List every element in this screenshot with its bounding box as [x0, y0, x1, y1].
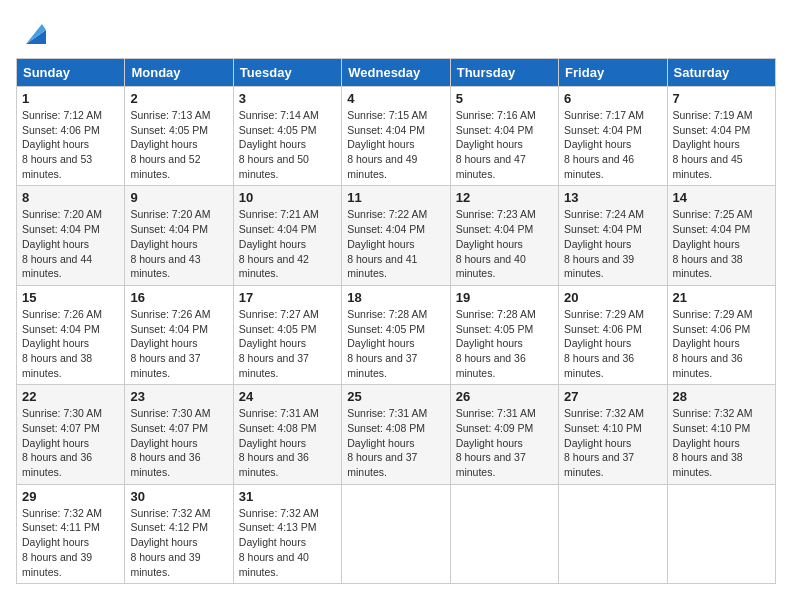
calendar-cell: 23Sunrise: 7:30 AMSunset: 4:07 PMDayligh… — [125, 385, 233, 484]
day-number: 11 — [347, 190, 444, 205]
calendar-cell: 4Sunrise: 7:15 AMSunset: 4:04 PMDaylight… — [342, 87, 450, 186]
day-info: Sunrise: 7:12 AMSunset: 4:06 PMDaylight … — [22, 109, 102, 180]
day-number: 21 — [673, 290, 770, 305]
day-number: 6 — [564, 91, 661, 106]
calendar-cell: 2Sunrise: 7:13 AMSunset: 4:05 PMDaylight… — [125, 87, 233, 186]
calendar-table: SundayMondayTuesdayWednesdayThursdayFrid… — [16, 58, 776, 584]
day-number: 29 — [22, 489, 119, 504]
day-number: 25 — [347, 389, 444, 404]
day-info: Sunrise: 7:13 AMSunset: 4:05 PMDaylight … — [130, 109, 210, 180]
day-number: 20 — [564, 290, 661, 305]
day-info: Sunrise: 7:26 AMSunset: 4:04 PMDaylight … — [130, 308, 210, 379]
logo — [16, 16, 50, 48]
day-number: 5 — [456, 91, 553, 106]
day-info: Sunrise: 7:26 AMSunset: 4:04 PMDaylight … — [22, 308, 102, 379]
calendar-cell: 13Sunrise: 7:24 AMSunset: 4:04 PMDayligh… — [559, 186, 667, 285]
day-info: Sunrise: 7:31 AMSunset: 4:09 PMDaylight … — [456, 407, 536, 478]
calendar-cell — [667, 484, 775, 583]
day-info: Sunrise: 7:16 AMSunset: 4:04 PMDaylight … — [456, 109, 536, 180]
day-number: 18 — [347, 290, 444, 305]
weekday-header-monday: Monday — [125, 59, 233, 87]
calendar-cell — [559, 484, 667, 583]
calendar-cell: 7Sunrise: 7:19 AMSunset: 4:04 PMDaylight… — [667, 87, 775, 186]
calendar-cell: 1Sunrise: 7:12 AMSunset: 4:06 PMDaylight… — [17, 87, 125, 186]
day-info: Sunrise: 7:21 AMSunset: 4:04 PMDaylight … — [239, 208, 319, 279]
day-info: Sunrise: 7:30 AMSunset: 4:07 PMDaylight … — [22, 407, 102, 478]
day-number: 17 — [239, 290, 336, 305]
day-info: Sunrise: 7:29 AMSunset: 4:06 PMDaylight … — [564, 308, 644, 379]
day-info: Sunrise: 7:24 AMSunset: 4:04 PMDaylight … — [564, 208, 644, 279]
calendar-cell: 3Sunrise: 7:14 AMSunset: 4:05 PMDaylight… — [233, 87, 341, 186]
calendar-cell: 22Sunrise: 7:30 AMSunset: 4:07 PMDayligh… — [17, 385, 125, 484]
calendar-cell: 19Sunrise: 7:28 AMSunset: 4:05 PMDayligh… — [450, 285, 558, 384]
weekday-header-saturday: Saturday — [667, 59, 775, 87]
calendar-cell: 10Sunrise: 7:21 AMSunset: 4:04 PMDayligh… — [233, 186, 341, 285]
day-info: Sunrise: 7:23 AMSunset: 4:04 PMDaylight … — [456, 208, 536, 279]
calendar-cell: 15Sunrise: 7:26 AMSunset: 4:04 PMDayligh… — [17, 285, 125, 384]
day-number: 16 — [130, 290, 227, 305]
day-number: 19 — [456, 290, 553, 305]
day-info: Sunrise: 7:22 AMSunset: 4:04 PMDaylight … — [347, 208, 427, 279]
page-header — [16, 16, 776, 48]
calendar-cell: 29Sunrise: 7:32 AMSunset: 4:11 PMDayligh… — [17, 484, 125, 583]
weekday-header-thursday: Thursday — [450, 59, 558, 87]
calendar-cell: 5Sunrise: 7:16 AMSunset: 4:04 PMDaylight… — [450, 87, 558, 186]
logo-icon — [18, 16, 50, 48]
day-info: Sunrise: 7:28 AMSunset: 4:05 PMDaylight … — [347, 308, 427, 379]
day-info: Sunrise: 7:14 AMSunset: 4:05 PMDaylight … — [239, 109, 319, 180]
calendar-cell: 20Sunrise: 7:29 AMSunset: 4:06 PMDayligh… — [559, 285, 667, 384]
day-info: Sunrise: 7:20 AMSunset: 4:04 PMDaylight … — [130, 208, 210, 279]
day-info: Sunrise: 7:15 AMSunset: 4:04 PMDaylight … — [347, 109, 427, 180]
day-info: Sunrise: 7:31 AMSunset: 4:08 PMDaylight … — [239, 407, 319, 478]
day-info: Sunrise: 7:19 AMSunset: 4:04 PMDaylight … — [673, 109, 753, 180]
day-info: Sunrise: 7:32 AMSunset: 4:12 PMDaylight … — [130, 507, 210, 578]
day-info: Sunrise: 7:32 AMSunset: 4:10 PMDaylight … — [673, 407, 753, 478]
calendar-cell: 18Sunrise: 7:28 AMSunset: 4:05 PMDayligh… — [342, 285, 450, 384]
day-info: Sunrise: 7:25 AMSunset: 4:04 PMDaylight … — [673, 208, 753, 279]
day-number: 26 — [456, 389, 553, 404]
day-info: Sunrise: 7:20 AMSunset: 4:04 PMDaylight … — [22, 208, 102, 279]
day-info: Sunrise: 7:31 AMSunset: 4:08 PMDaylight … — [347, 407, 427, 478]
day-number: 1 — [22, 91, 119, 106]
calendar-cell: 31Sunrise: 7:32 AMSunset: 4:13 PMDayligh… — [233, 484, 341, 583]
weekday-header-friday: Friday — [559, 59, 667, 87]
calendar-cell: 12Sunrise: 7:23 AMSunset: 4:04 PMDayligh… — [450, 186, 558, 285]
calendar-cell — [342, 484, 450, 583]
day-number: 28 — [673, 389, 770, 404]
day-number: 13 — [564, 190, 661, 205]
calendar-cell: 16Sunrise: 7:26 AMSunset: 4:04 PMDayligh… — [125, 285, 233, 384]
day-number: 27 — [564, 389, 661, 404]
day-number: 14 — [673, 190, 770, 205]
calendar-cell: 11Sunrise: 7:22 AMSunset: 4:04 PMDayligh… — [342, 186, 450, 285]
weekday-header-wednesday: Wednesday — [342, 59, 450, 87]
calendar-cell: 17Sunrise: 7:27 AMSunset: 4:05 PMDayligh… — [233, 285, 341, 384]
day-number: 2 — [130, 91, 227, 106]
day-number: 23 — [130, 389, 227, 404]
weekday-header-sunday: Sunday — [17, 59, 125, 87]
calendar-week-row: 1Sunrise: 7:12 AMSunset: 4:06 PMDaylight… — [17, 87, 776, 186]
calendar-cell — [450, 484, 558, 583]
calendar-cell: 30Sunrise: 7:32 AMSunset: 4:12 PMDayligh… — [125, 484, 233, 583]
calendar-cell: 28Sunrise: 7:32 AMSunset: 4:10 PMDayligh… — [667, 385, 775, 484]
day-info: Sunrise: 7:32 AMSunset: 4:11 PMDaylight … — [22, 507, 102, 578]
day-number: 10 — [239, 190, 336, 205]
calendar-cell: 14Sunrise: 7:25 AMSunset: 4:04 PMDayligh… — [667, 186, 775, 285]
calendar-cell: 6Sunrise: 7:17 AMSunset: 4:04 PMDaylight… — [559, 87, 667, 186]
calendar-cell: 27Sunrise: 7:32 AMSunset: 4:10 PMDayligh… — [559, 385, 667, 484]
calendar-week-row: 15Sunrise: 7:26 AMSunset: 4:04 PMDayligh… — [17, 285, 776, 384]
day-number: 9 — [130, 190, 227, 205]
day-info: Sunrise: 7:29 AMSunset: 4:06 PMDaylight … — [673, 308, 753, 379]
calendar-cell: 21Sunrise: 7:29 AMSunset: 4:06 PMDayligh… — [667, 285, 775, 384]
day-info: Sunrise: 7:30 AMSunset: 4:07 PMDaylight … — [130, 407, 210, 478]
calendar-week-row: 22Sunrise: 7:30 AMSunset: 4:07 PMDayligh… — [17, 385, 776, 484]
day-info: Sunrise: 7:28 AMSunset: 4:05 PMDaylight … — [456, 308, 536, 379]
calendar-cell: 9Sunrise: 7:20 AMSunset: 4:04 PMDaylight… — [125, 186, 233, 285]
day-number: 3 — [239, 91, 336, 106]
calendar-cell: 24Sunrise: 7:31 AMSunset: 4:08 PMDayligh… — [233, 385, 341, 484]
calendar-week-row: 29Sunrise: 7:32 AMSunset: 4:11 PMDayligh… — [17, 484, 776, 583]
day-info: Sunrise: 7:32 AMSunset: 4:13 PMDaylight … — [239, 507, 319, 578]
calendar-cell: 25Sunrise: 7:31 AMSunset: 4:08 PMDayligh… — [342, 385, 450, 484]
day-info: Sunrise: 7:32 AMSunset: 4:10 PMDaylight … — [564, 407, 644, 478]
day-number: 31 — [239, 489, 336, 504]
day-number: 8 — [22, 190, 119, 205]
